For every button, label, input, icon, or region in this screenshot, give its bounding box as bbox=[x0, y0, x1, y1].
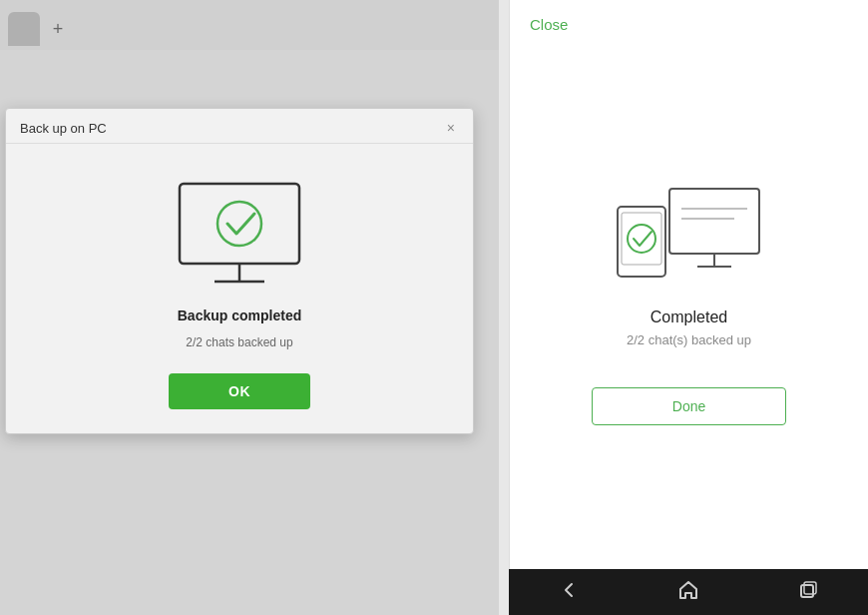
svg-point-11 bbox=[628, 225, 655, 253]
svg-rect-4 bbox=[669, 189, 759, 254]
svg-rect-12 bbox=[801, 585, 813, 597]
tab-item[interactable] bbox=[8, 12, 40, 46]
dialog-close-button[interactable]: × bbox=[443, 119, 459, 137]
android-nav-bar bbox=[509, 569, 868, 615]
add-tab-icon: + bbox=[53, 19, 64, 40]
dialog-header: Back up on PC × bbox=[6, 109, 473, 144]
mobile-status-text: Completed bbox=[651, 308, 727, 326]
mobile-pc-illustration bbox=[610, 179, 769, 289]
dialog-title: Back up on PC bbox=[20, 121, 107, 136]
svg-rect-0 bbox=[180, 184, 299, 264]
svg-rect-13 bbox=[804, 582, 816, 594]
recents-nav-icon[interactable] bbox=[797, 579, 819, 606]
monitor-illustration bbox=[160, 174, 319, 294]
add-tab-button[interactable]: + bbox=[44, 15, 72, 43]
monitor-svg bbox=[160, 174, 319, 294]
mobile-close-button[interactable]: Close bbox=[530, 16, 568, 33]
mobile-panel: Close Completed 2/2 chat(s) backed up Do… bbox=[509, 0, 868, 569]
mobile-panel-header: Close bbox=[510, 0, 868, 34]
tab-bar: + bbox=[0, 0, 499, 50]
backup-dialog: Back up on PC × Backup completed 2/2 cha… bbox=[5, 108, 474, 434]
dialog-status-text: Backup completed bbox=[178, 308, 301, 323]
dialog-body: Backup completed 2/2 chats backed up OK bbox=[6, 144, 473, 433]
svg-rect-9 bbox=[618, 207, 665, 277]
mobile-panel-body: Completed 2/2 chat(s) backed up Done bbox=[510, 34, 868, 569]
mobile-done-button[interactable]: Done bbox=[592, 387, 786, 425]
home-nav-icon[interactable] bbox=[677, 579, 699, 606]
svg-point-3 bbox=[217, 202, 261, 246]
dialog-ok-button[interactable]: OK bbox=[169, 373, 310, 409]
dialog-sub-text: 2/2 chats backed up bbox=[186, 335, 292, 349]
mobile-sub-text: 2/2 chat(s) backed up bbox=[627, 332, 751, 347]
back-nav-icon[interactable] bbox=[558, 579, 580, 606]
